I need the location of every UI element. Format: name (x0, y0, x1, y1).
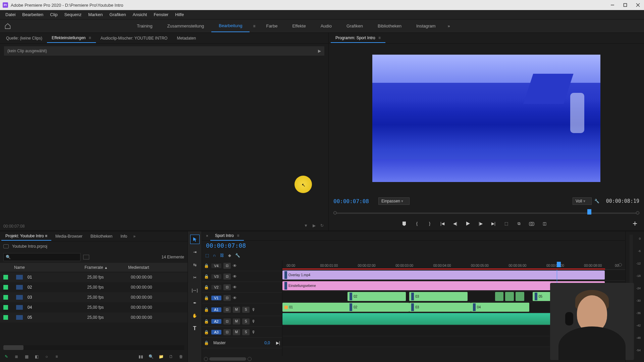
voice-over-icon[interactable]: 🎙 (252, 307, 256, 312)
lock-icon[interactable]: 🔒 (204, 285, 209, 290)
menu-grafiken[interactable]: Grafiken (106, 11, 129, 18)
ws-bearbeitung-menu[interactable]: ≡ (250, 24, 259, 28)
step-forward-button[interactable]: |▶ (476, 219, 485, 228)
program-scrubber[interactable] (333, 209, 639, 217)
close-button[interactable] (635, 2, 641, 8)
track-header-a2[interactable]: 🔒A2⊡MS🎙 (202, 316, 282, 327)
menu-fenster[interactable]: Fenster (150, 11, 172, 18)
quality-dropdown[interactable]: Voll ▾ (573, 197, 592, 205)
tab-bibliotheken[interactable]: Bibliotheken (87, 232, 116, 240)
work-area-end[interactable] (619, 263, 622, 266)
slip-tool[interactable]: |↔| (190, 286, 200, 295)
razor-tool[interactable]: ✂ (190, 273, 200, 282)
go-to-next-icon[interactable]: ▶| (276, 341, 280, 345)
tab-media-browser[interactable]: Media-Browser (51, 232, 87, 240)
comparison-view-button[interactable]: ◫ (540, 219, 549, 228)
sync-lock-icon[interactable]: ⊡ (223, 318, 231, 324)
lock-icon[interactable]: 🔒 (204, 274, 209, 279)
eye-icon[interactable]: 👁 (233, 274, 237, 279)
eye-icon[interactable]: 👁 (233, 296, 237, 300)
automate-to-sequence-button[interactable]: ▮▮ (138, 354, 144, 360)
clip-v1-01[interactable]: 01 (282, 303, 351, 312)
track-header-a3[interactable]: 🔒A3⊡MS🎙 (202, 327, 282, 338)
ws-instagram[interactable]: Instagram (409, 20, 443, 32)
mute-button[interactable]: M (233, 329, 240, 335)
tab-projekt-menu-icon[interactable]: ≡ (45, 234, 47, 238)
new-bin-button[interactable]: 📁 (158, 354, 164, 360)
track-select-tool[interactable]: ⇥ (190, 247, 200, 257)
col-name[interactable]: Name (14, 265, 85, 270)
ripple-edit-tool[interactable]: ⇆ (190, 260, 200, 269)
menu-ansicht[interactable]: Ansicht (129, 11, 150, 18)
play-button[interactable] (464, 219, 472, 228)
tab-projekt[interactable]: Projekt: Youtube Intro ≡ (1, 232, 51, 241)
track-header-master[interactable]: 🔒Master0,0▶| (202, 338, 282, 348)
sync-lock-icon[interactable]: ⊡ (223, 307, 231, 313)
eye-icon[interactable]: 👁 (233, 263, 237, 268)
maximize-button[interactable] (622, 2, 629, 8)
ws-audio[interactable]: Audio (313, 20, 339, 32)
pen-tool-icon[interactable]: ✎ (3, 354, 9, 360)
lift-button[interactable]: ⬚ (502, 219, 511, 228)
type-tool[interactable]: T (190, 324, 200, 333)
new-item-button[interactable]: 🗋 (168, 354, 174, 360)
ws-bibliotheken[interactable]: Bibliotheken (370, 20, 409, 32)
solo-button[interactable]: S (242, 329, 250, 335)
timeline-timecode[interactable]: 00:00:07:08 (202, 241, 282, 250)
close-sequence-button[interactable]: × (204, 234, 210, 238)
menu-sequenz[interactable]: Sequenz (61, 11, 85, 18)
clip-v2-slice[interactable] (495, 292, 504, 301)
step-back-button[interactable]: ◀| (451, 219, 460, 228)
lock-icon[interactable]: 🔒 (204, 341, 209, 345)
settings-wrench-icon[interactable]: 🔧 (594, 199, 599, 203)
project-row[interactable]: 0225,00 fps00:00:00:00 (0, 282, 187, 292)
find-button[interactable]: 🔍 (148, 354, 154, 360)
snap-icon[interactable]: ∩ (213, 253, 216, 258)
ws-grafiken[interactable]: Grafiken (339, 20, 370, 32)
insert-overwrite-icon[interactable]: ⬚ (205, 253, 209, 258)
clip-overlay[interactable]: Overlay 1.mp4 (282, 270, 605, 280)
zoom-slider-icon[interactable]: ○ (44, 354, 50, 360)
track-header-a1[interactable]: 🔒A1⊡MS🎙 (202, 303, 282, 316)
button-editor[interactable] (631, 219, 639, 228)
expand-arrow-icon[interactable]: ▶ (318, 49, 321, 53)
ws-training[interactable]: Training (129, 20, 160, 32)
clip-v2-slice[interactable] (505, 292, 514, 301)
filter-icon[interactable]: ▼ (304, 223, 308, 228)
lock-icon[interactable]: 🔒 (204, 307, 209, 312)
home-button[interactable] (0, 23, 15, 29)
clip-v2-02[interactable]: 02 (347, 292, 406, 301)
ws-bearbeitung[interactable]: Bearbeitung (211, 20, 250, 32)
tab-effekteinstellungen[interactable]: Effekteinstellungen ≡ (47, 34, 96, 43)
project-row[interactable]: 0125,00 fps00:00:00:00 (0, 272, 187, 282)
menu-clip[interactable]: Clip (47, 11, 61, 18)
sync-lock-icon[interactable]: ⊡ (223, 263, 231, 269)
project-row[interactable]: 0525,00 fps00:00:00:00 (0, 312, 187, 322)
sync-lock-icon[interactable]: ⊡ (223, 295, 231, 301)
mute-button[interactable]: M (233, 307, 240, 313)
eye-icon[interactable]: 👁 (233, 285, 237, 290)
project-row[interactable]: 0425,00 fps00:00:00:00 (0, 302, 187, 312)
loop-icon[interactable]: ↻ (320, 223, 324, 228)
freeform-view-button[interactable]: ◧ (34, 354, 40, 360)
ws-zusammenstellung[interactable]: Zusammenstellung (160, 20, 211, 32)
extract-button[interactable]: ⧉ (515, 219, 523, 228)
tab-info[interactable]: Info (116, 232, 131, 240)
menu-hilfe[interactable]: Hilfe (172, 11, 187, 18)
timeline-settings-icon[interactable]: 🔧 (235, 253, 240, 258)
hand-tool[interactable]: ✋ (190, 311, 200, 320)
sync-lock-icon[interactable]: ⊡ (223, 329, 231, 335)
go-to-out-button[interactable]: ▶| (489, 219, 498, 228)
timeline-ruler[interactable]: :00:00 00:00:01:00 00:00:02:00 00:00:03:… (282, 260, 625, 270)
track-header-v2[interactable]: 🔒V2⊡👁 (202, 282, 282, 293)
playhead-icon[interactable] (557, 262, 561, 267)
audio-clip-a1[interactable] (282, 313, 557, 325)
track-header-v3[interactable]: 🔒V3⊡👁 (202, 271, 282, 282)
sort-icon[interactable]: ≡ (54, 354, 60, 360)
voice-over-icon[interactable]: 🎙 (252, 330, 256, 335)
mute-button[interactable]: M (233, 318, 240, 324)
minimize-button[interactable] (609, 2, 616, 8)
add-marker-icon[interactable]: ◆ (228, 253, 231, 258)
tab-timeline-menu-icon[interactable]: ≡ (237, 233, 239, 238)
lock-icon[interactable]: 🔒 (204, 319, 209, 324)
